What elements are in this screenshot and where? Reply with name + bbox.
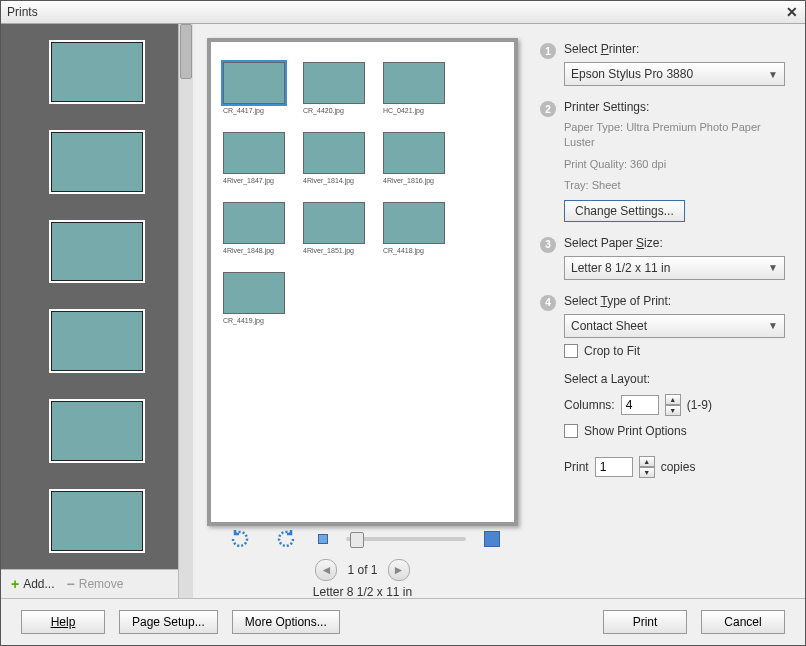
caption: 4River_1816.jpg	[383, 177, 434, 184]
crop-label: Crop to Fit	[584, 344, 640, 358]
copies-label: copies	[661, 460, 696, 474]
source-thumb[interactable]	[51, 401, 143, 461]
preview-image	[223, 62, 285, 104]
preview-image	[383, 62, 445, 104]
source-thumb[interactable]	[51, 132, 143, 192]
preview-cell[interactable]: 4River_1814.jpg	[303, 132, 365, 184]
preview-panel: CR_4417.jpg CR_4420.jpg HC_0421.jpg 4Riv…	[193, 24, 532, 598]
add-button[interactable]: + Add...	[11, 576, 55, 592]
contact-sheet-grid: CR_4417.jpg CR_4420.jpg HC_0421.jpg 4Riv…	[223, 62, 502, 324]
print-button[interactable]: Print	[603, 610, 687, 634]
page-setup-button[interactable]: Page Setup...	[119, 610, 218, 634]
preview-cell[interactable]: HC_0421.jpg	[383, 62, 445, 114]
copies-spinner[interactable]: ▲▼	[639, 456, 655, 478]
source-thumb[interactable]	[51, 491, 143, 551]
print-quality-text: Print Quality: 360 dpi	[564, 157, 785, 172]
chevron-down-icon: ▼	[768, 262, 778, 273]
printer-dropdown[interactable]: Epson Stylus Pro 3880 ▼	[564, 62, 785, 86]
step-paper-size: 3 Select Paper Size: Letter 8 1/2 x 11 i…	[540, 236, 785, 280]
printer-settings-label: Printer Settings:	[564, 100, 785, 114]
source-thumb[interactable]	[51, 222, 143, 282]
zoom-slider[interactable]	[346, 537, 466, 541]
cancel-button[interactable]: Cancel	[701, 610, 785, 634]
preview-cell[interactable]: CR_4417.jpg	[223, 62, 285, 114]
print-type-dropdown[interactable]: Contact Sheet ▼	[564, 314, 785, 338]
preview-cell[interactable]: 4River_1848.jpg	[223, 202, 285, 254]
thumb-actions: + Add... − Remove	[1, 569, 193, 598]
caption: HC_0421.jpg	[383, 107, 424, 114]
spin-up-icon[interactable]: ▲	[639, 456, 655, 467]
preview-cell[interactable]: 4River_1851.jpg	[303, 202, 365, 254]
columns-input[interactable]	[621, 395, 659, 415]
step-number-icon: 1	[540, 43, 556, 59]
preview-cell[interactable]: CR_4420.jpg	[303, 62, 365, 114]
preview-cell[interactable]: 4River_1816.jpg	[383, 132, 445, 184]
paper-size-label: Select Paper Size:	[564, 236, 785, 250]
rotate-cw-button[interactable]	[272, 525, 300, 553]
preview-cell[interactable]: 4River_1847.jpg	[223, 132, 285, 184]
show-options-label: Show Print Options	[584, 424, 687, 438]
caption: 4River_1851.jpg	[303, 247, 354, 254]
help-button[interactable]: Help	[21, 610, 105, 634]
caption: CR_4419.jpg	[223, 317, 264, 324]
checkbox-box-icon	[564, 424, 578, 438]
dialog-body: + Add... − Remove CR_4417.jpg CR_4420.jp…	[1, 24, 805, 598]
settings-panel: 1 Select Printer: Epson Stylus Pro 3880 …	[532, 24, 805, 598]
caption: CR_4418.jpg	[383, 247, 424, 254]
change-settings-button[interactable]: Change Settings...	[564, 200, 685, 222]
source-thumbnail-strip: + Add... − Remove	[1, 24, 193, 598]
footer: Help Page Setup... More Options... Print…	[1, 598, 805, 645]
pager-text: 1 of 1	[347, 563, 377, 577]
source-thumb[interactable]	[51, 42, 143, 102]
preview-cell[interactable]: CR_4418.jpg	[383, 202, 445, 254]
preview-image	[223, 202, 285, 244]
slider-knob[interactable]	[350, 532, 364, 548]
window-title: Prints	[7, 5, 38, 19]
checkbox-box-icon	[564, 344, 578, 358]
step-number-icon: 3	[540, 237, 556, 253]
thumb-scrollbar[interactable]	[178, 24, 193, 598]
rotate-ccw-button[interactable]	[226, 525, 254, 553]
layout-section: Select a Layout: Columns: ▲▼ (1-9) Show …	[540, 372, 785, 478]
preview-image	[223, 132, 285, 174]
crop-to-fit-checkbox[interactable]: Crop to Fit	[564, 344, 785, 358]
remove-button[interactable]: − Remove	[67, 576, 124, 592]
step-select-printer: 1 Select Printer: Epson Stylus Pro 3880 …	[540, 42, 785, 86]
columns-spinner[interactable]: ▲▼	[665, 394, 681, 416]
step-print-type: 4 Select Type of Print: Contact Sheet ▼ …	[540, 294, 785, 358]
step-printer-settings: 2 Printer Settings: Paper Type: Ultra Pr…	[540, 100, 785, 222]
preview-image	[383, 202, 445, 244]
page-preview: CR_4417.jpg CR_4420.jpg HC_0421.jpg 4Riv…	[207, 38, 518, 526]
preview-image	[303, 132, 365, 174]
pager: ◄ 1 of 1 ►	[315, 559, 409, 581]
spin-down-icon[interactable]: ▼	[639, 467, 655, 478]
print-type-value: Contact Sheet	[571, 319, 647, 333]
close-icon[interactable]: ✕	[785, 5, 799, 19]
caption: 4River_1848.jpg	[223, 247, 274, 254]
more-options-button[interactable]: More Options...	[232, 610, 340, 634]
add-label: Add...	[23, 577, 54, 591]
printer-value: Epson Stylus Pro 3880	[571, 67, 693, 81]
caption: 4River_1814.jpg	[303, 177, 354, 184]
copies-input[interactable]	[595, 457, 633, 477]
select-printer-label: Select Printer:	[564, 42, 785, 56]
zoom-in-icon[interactable]	[484, 531, 500, 547]
prev-page-button[interactable]: ◄	[315, 559, 337, 581]
scrollbar-thumb[interactable]	[180, 24, 192, 79]
paper-size-dropdown[interactable]: Letter 8 1/2 x 11 in ▼	[564, 256, 785, 280]
copies-row: Print ▲▼ copies	[564, 456, 785, 478]
preview-cell[interactable]: CR_4419.jpg	[223, 272, 285, 324]
source-thumb[interactable]	[51, 311, 143, 371]
spin-up-icon[interactable]: ▲	[665, 394, 681, 405]
next-page-button[interactable]: ►	[388, 559, 410, 581]
prints-dialog: Prints ✕ + Add... −	[0, 0, 806, 646]
caption: CR_4420.jpg	[303, 107, 344, 114]
zoom-out-icon[interactable]	[318, 534, 328, 544]
columns-range: (1-9)	[687, 398, 712, 412]
spin-down-icon[interactable]: ▼	[665, 405, 681, 416]
show-print-options-checkbox[interactable]: Show Print Options	[564, 424, 785, 438]
titlebar: Prints ✕	[1, 1, 805, 24]
caption: 4River_1847.jpg	[223, 177, 274, 184]
caption: CR_4417.jpg	[223, 107, 264, 114]
step-number-icon: 2	[540, 101, 556, 117]
